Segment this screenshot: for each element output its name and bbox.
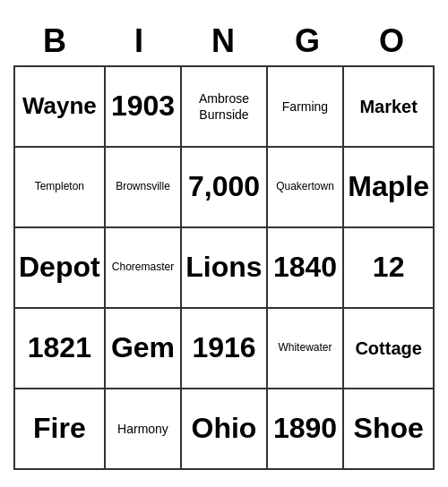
bingo-cell: Quakertown bbox=[268, 148, 345, 228]
cell-content: AmbroseBurnside bbox=[199, 90, 249, 123]
bingo-cell: 1821 bbox=[15, 309, 106, 389]
cell-content: Quakertown bbox=[276, 180, 334, 194]
bingo-cell: Lions bbox=[182, 228, 267, 309]
bingo-grid: Wayne1903AmbroseBurnsideFarmingMarketTem… bbox=[13, 65, 435, 470]
cell-content: Lions bbox=[185, 249, 262, 286]
bingo-cell: AmbroseBurnside bbox=[182, 67, 267, 148]
bingo-cell: Market bbox=[344, 67, 435, 148]
bingo-card: BINGO Wayne1903AmbroseBurnsideFarmingMar… bbox=[13, 17, 435, 470]
bingo-cell: 7,000 bbox=[182, 148, 267, 228]
bingo-cell: Brownsville bbox=[106, 148, 183, 228]
cell-content: 12 bbox=[373, 249, 405, 286]
cell-content: Brownsville bbox=[116, 180, 170, 194]
bingo-cell: Whitewater bbox=[268, 309, 345, 389]
header-letter-N: N bbox=[182, 17, 266, 65]
cell-content: Maple bbox=[348, 168, 429, 206]
bingo-cell: Cottage bbox=[344, 309, 435, 389]
cell-content: Ohio bbox=[192, 410, 257, 448]
bingo-cell: Wayne bbox=[15, 67, 106, 148]
bingo-header: BINGO bbox=[13, 17, 435, 65]
cell-content: Wayne bbox=[22, 91, 97, 122]
cell-content: 1903 bbox=[111, 88, 175, 125]
header-letter-O: O bbox=[350, 17, 435, 65]
cell-content: Gem bbox=[111, 329, 175, 367]
cell-content: Fire bbox=[33, 410, 86, 448]
bingo-cell: Ohio bbox=[182, 389, 267, 470]
cell-content: Harmony bbox=[117, 421, 168, 437]
bingo-cell: Templeton bbox=[15, 148, 106, 228]
cell-content: 1821 bbox=[28, 329, 91, 367]
bingo-cell: 1916 bbox=[182, 309, 267, 389]
bingo-cell: 1840 bbox=[268, 228, 345, 309]
bingo-cell: Farming bbox=[268, 67, 345, 148]
cell-content: 7,000 bbox=[188, 168, 260, 206]
bingo-cell: Depot bbox=[15, 228, 106, 309]
cell-content: 1890 bbox=[273, 410, 337, 448]
header-letter-I: I bbox=[98, 17, 182, 65]
cell-content: 1916 bbox=[192, 329, 255, 367]
cell-content: 1840 bbox=[273, 249, 337, 286]
bingo-cell: Harmony bbox=[106, 389, 183, 470]
bingo-cell: Gem bbox=[106, 309, 183, 389]
cell-content: Market bbox=[359, 95, 417, 118]
cell-content: Cottage bbox=[355, 337, 421, 360]
cell-content: Templeton bbox=[35, 180, 84, 194]
header-letter-B: B bbox=[13, 17, 98, 65]
cell-content: Choremaster bbox=[112, 261, 174, 275]
cell-content: Farming bbox=[282, 98, 328, 115]
bingo-cell: Maple bbox=[344, 148, 435, 228]
bingo-cell: Shoe bbox=[344, 389, 435, 470]
cell-content: Depot bbox=[19, 249, 100, 286]
bingo-cell: 1890 bbox=[268, 389, 345, 470]
bingo-cell: 12 bbox=[344, 228, 435, 309]
bingo-cell: Choremaster bbox=[106, 228, 183, 309]
cell-content: Whitewater bbox=[278, 341, 332, 355]
bingo-cell: Fire bbox=[15, 389, 106, 470]
bingo-cell: 1903 bbox=[106, 67, 183, 148]
cell-content: Shoe bbox=[354, 410, 424, 448]
header-letter-G: G bbox=[266, 17, 350, 65]
